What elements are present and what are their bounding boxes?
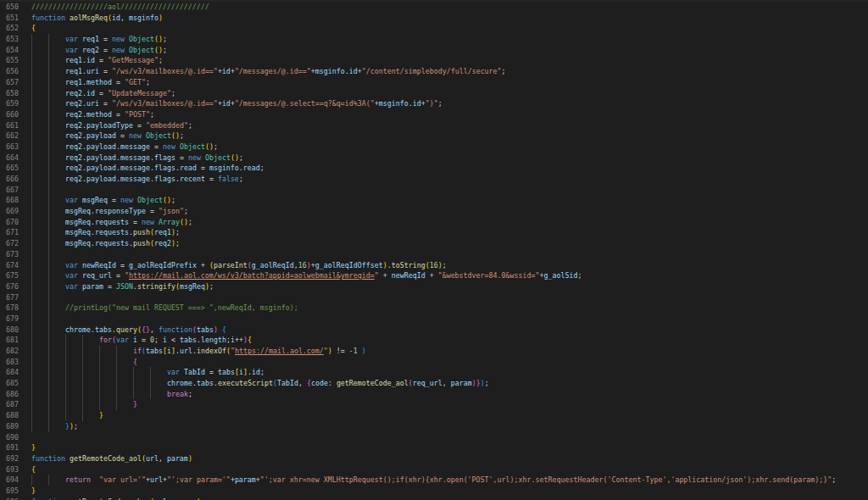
code-line[interactable]: 687} [0, 399, 868, 410]
code-line[interactable]: 654var req2 = new Object(); [0, 45, 868, 56]
line-number[interactable]: 650 [0, 2, 19, 13]
line-number[interactable]: 671 [0, 227, 19, 238]
code-line[interactable]: 685chrome.tabs.executeScript(TabId, {cod… [0, 378, 868, 389]
code-line[interactable]: 681for(var i = 0; i < tabs.length;i++){ [0, 335, 868, 346]
line-number[interactable]: 653 [0, 34, 19, 45]
line-number[interactable]: 667 [0, 185, 19, 196]
code-line[interactable]: 664req2.payload.message.flags = new Obje… [0, 153, 868, 164]
code-line[interactable]: 696function getRemoteCode_yahoo(url, par… [0, 497, 868, 500]
code-line[interactable]: 672msgReq.requests.push(req2); [0, 238, 868, 249]
line-number[interactable]: 684 [0, 367, 19, 378]
gutter-spacer [19, 109, 31, 120]
line-number[interactable]: 689 [0, 421, 19, 432]
line-number[interactable]: 657 [0, 77, 19, 88]
line-number[interactable]: 661 [0, 120, 19, 131]
line-number[interactable]: 673 [0, 249, 19, 260]
code-line[interactable]: 661req2.payloadType = "embedded"; [0, 120, 868, 131]
line-number[interactable]: 666 [0, 174, 19, 185]
code-line[interactable]: 658req2.id = "UpdateMessage"; [0, 88, 868, 99]
line-number[interactable]: 690 [0, 432, 19, 443]
code-line[interactable]: 693{ [0, 464, 868, 475]
line-number[interactable]: 668 [0, 195, 19, 206]
line-number[interactable]: 665 [0, 163, 19, 174]
line-number[interactable]: 679 [0, 314, 19, 325]
token: "GET" [125, 78, 146, 86]
line-number[interactable]: 659 [0, 98, 19, 109]
line-number[interactable]: 658 [0, 88, 19, 99]
code-line[interactable]: 678//printLog("new mail REQUEST ===> ",n… [0, 303, 868, 314]
line-number[interactable]: 682 [0, 346, 19, 357]
line-number[interactable]: 691 [0, 442, 19, 453]
line-number[interactable]: 656 [0, 66, 19, 77]
code-line[interactable]: 676var param = JSON.stringify(msgReq); [0, 281, 868, 292]
code-line[interactable]: 666req2.payload.message.flags.recent = f… [0, 174, 868, 185]
code-line[interactable]: 675var req_url = "https://mail.aol.com/w… [0, 270, 868, 281]
code-line[interactable]: 656req1.uri = "/ws/v3/mailboxes/@.id=="+… [0, 66, 868, 77]
code-line[interactable]: 682if(tabs[i].url.indexOf("https://mail.… [0, 346, 868, 357]
code-line[interactable]: 677 [0, 292, 868, 303]
code-line[interactable]: 652{ [0, 23, 868, 34]
code-line[interactable]: 668var msgReq = new Object(); [0, 195, 868, 206]
line-number[interactable]: 695 [0, 486, 19, 497]
code-line[interactable]: 660req2.method = "POST"; [0, 109, 868, 120]
line-number[interactable]: 672 [0, 238, 19, 249]
line-number[interactable]: 654 [0, 45, 19, 56]
code-line[interactable]: 679 [0, 314, 868, 325]
line-number[interactable]: 681 [0, 335, 19, 346]
code-line[interactable]: 692function getRemoteCode_aol(url, param… [0, 453, 868, 464]
line-number[interactable]: 688 [0, 410, 19, 421]
line-number[interactable]: 686 [0, 389, 19, 400]
line-number[interactable]: 676 [0, 281, 19, 292]
line-number[interactable]: 655 [0, 55, 19, 66]
gutter-spacer [19, 421, 31, 432]
line-number[interactable]: 696 [0, 497, 19, 500]
code-line[interactable]: 674var newReqId = g_aolReqIdPrefix + (pa… [0, 260, 868, 271]
code-line[interactable]: 695} [0, 486, 868, 497]
line-number[interactable]: 675 [0, 270, 19, 281]
code-line[interactable]: 688} [0, 410, 868, 421]
code-line[interactable]: 667 [0, 185, 868, 196]
code-line[interactable]: 683{ [0, 357, 868, 368]
line-number[interactable]: 680 [0, 325, 19, 336]
line-number[interactable]: 685 [0, 378, 19, 389]
line-number[interactable]: 687 [0, 399, 19, 410]
code-line[interactable]: 659req2.uri = "/ws/v3/mailboxes/@.id=="+… [0, 98, 868, 109]
line-number[interactable]: 669 [0, 206, 19, 217]
line-number[interactable]: 678 [0, 303, 19, 314]
line-number[interactable]: 670 [0, 217, 19, 228]
token: ; [171, 196, 175, 204]
line-number[interactable]: 662 [0, 131, 19, 142]
code-line[interactable]: 665req2.payload.message.flags.read = msg… [0, 163, 868, 174]
line-number[interactable]: 677 [0, 292, 19, 303]
line-number[interactable]: 692 [0, 453, 19, 464]
line-number[interactable]: 663 [0, 142, 19, 153]
code-line[interactable]: 670msgReq.requests = new Array(); [0, 217, 868, 228]
token: = [137, 336, 150, 344]
code-line[interactable]: 655req1.id = "GetMessage"; [0, 55, 868, 66]
code-line[interactable]: 657req1.method = "GET"; [0, 77, 868, 88]
line-number[interactable]: 660 [0, 109, 19, 120]
line-number[interactable]: 664 [0, 153, 19, 164]
code-line[interactable]: 689}); [0, 421, 868, 432]
code-line[interactable]: 691} [0, 442, 868, 453]
code-line[interactable]: 669msgReq.responseType = "json"; [0, 206, 868, 217]
code-line[interactable]: 651function aolMsgReq(id, msginfo) [0, 13, 868, 24]
line-number[interactable]: 652 [0, 23, 19, 34]
code-line[interactable]: 671msgReq.requests.push(req1); [0, 227, 868, 238]
line-number[interactable]: 694 [0, 475, 19, 486]
code-line[interactable]: 653var req1 = new Object(); [0, 34, 868, 45]
code-line[interactable]: 680chrome.tabs.query({}, function(tabs) … [0, 325, 868, 336]
code-line[interactable]: 690 [0, 432, 868, 443]
code-line[interactable]: 650//////////////////aol////////////////… [0, 2, 868, 13]
code-area[interactable]: 650//////////////////aol////////////////… [0, 2, 868, 500]
line-number[interactable]: 674 [0, 260, 19, 271]
code-line[interactable]: 686break; [0, 389, 868, 400]
code-line[interactable]: 684var TabId = tabs[i].id; [0, 367, 868, 378]
line-number[interactable]: 693 [0, 464, 19, 475]
line-number[interactable]: 651 [0, 13, 19, 24]
code-line[interactable]: 663req2.payload.message = new Object(); [0, 142, 868, 153]
code-line[interactable]: 673 [0, 249, 868, 260]
code-line[interactable]: 694return "var url='"+url+"';var param='… [0, 475, 868, 486]
line-number[interactable]: 683 [0, 357, 19, 368]
code-line[interactable]: 662req2.payload = new Object(); [0, 131, 868, 142]
